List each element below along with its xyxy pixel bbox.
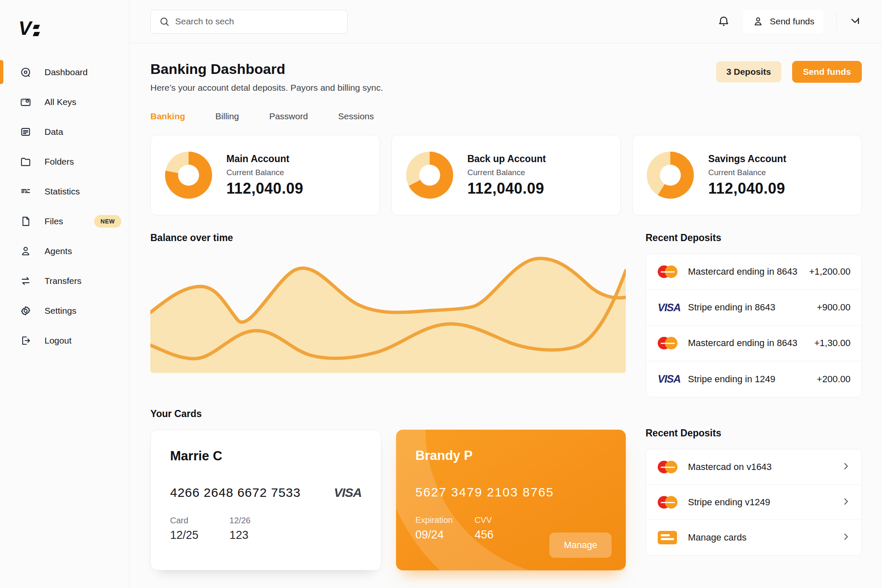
donut-chart — [406, 152, 453, 199]
sidebar-item-folders[interactable]: Folders — [0, 147, 129, 176]
recent-deposits-2-title: Recent Deposits — [646, 428, 862, 439]
mastercard-icon — [658, 337, 684, 349]
payment-card-brandy: Brandy P 5627 3479 2103 8765 Expiration … — [396, 430, 626, 570]
account-card-main: Main Account Current Balance 112,040.09 — [150, 135, 380, 215]
send-funds-menu-label: Send funds — [770, 16, 814, 26]
sidebar-item-label: Data — [45, 127, 63, 137]
folders-icon — [19, 155, 32, 168]
manage-cards-row[interactable]: Manage cards — [646, 520, 861, 555]
card-meta: Expiration CVV 09/24 456 — [415, 515, 534, 541]
send-funds-button[interactable]: Send funds — [792, 61, 862, 83]
deposit-amount: +900.00 — [817, 302, 850, 313]
head-actions: 3 Deposits Send funds — [716, 61, 862, 83]
deposits-count-badge[interactable]: 3 Deposits — [716, 61, 781, 82]
topbar-divider — [836, 12, 837, 31]
visa-logo: VISA — [334, 486, 362, 500]
sidebar-item-data[interactable]: Data — [0, 117, 129, 147]
sidebar-item-dashboard[interactable]: Dashboard — [0, 57, 129, 87]
deposit-label: Mastercard ending in 8643 — [688, 266, 798, 277]
tab-banking[interactable]: Banking — [150, 111, 185, 121]
sidebar-item-label: Logout — [45, 336, 71, 346]
manage-card-button[interactable]: Manage — [549, 533, 612, 558]
deposit-link-row[interactable]: Mastercad on v1643 — [646, 449, 861, 485]
deposit-row[interactable]: VISA Stripe ending in 8643 +900.00 — [646, 290, 861, 326]
card-meta-value: 12/25 — [170, 529, 229, 542]
statistics-icon — [19, 185, 32, 198]
cvv-value: 456 — [475, 528, 534, 541]
expiration-value: 09/24 — [415, 528, 475, 541]
recent-deposits-title: Recent Deposits — [646, 232, 862, 244]
your-cards-title: Your Cards — [150, 408, 626, 420]
sidebar-item-label: Folders — [45, 157, 74, 167]
donut-chart — [165, 152, 212, 199]
payment-card-marrie: Marrie C 4266 2648 6672 7533 VISA Card 1… — [150, 430, 381, 570]
collapse-chevron-button[interactable] — [849, 15, 862, 28]
sidebar: V Dashboard All Keys Data — [0, 0, 129, 588]
sidebar-item-all-keys[interactable]: All Keys — [0, 87, 129, 117]
sidebar-item-settings[interactable]: Settings — [0, 296, 129, 326]
account-card-backup: Back up Account Current Balance 112,040.… — [391, 135, 621, 215]
recent-deposits-section: Recent Deposits Mastercard ending in 864… — [646, 232, 862, 397]
sidebar-item-label: Settings — [45, 306, 76, 316]
balance-chart-section: Balance over time — [150, 232, 626, 397]
deposit-label: Stripe ending in 8643 — [688, 302, 775, 313]
card-meta: Card 12/26 12/25 123 — [170, 516, 289, 542]
logo-v-glyph: V — [18, 18, 31, 38]
topbar-actions: Send funds — [717, 10, 862, 33]
balance-area-chart — [150, 254, 626, 375]
deposit-label: Mastercad on v1643 — [688, 462, 772, 472]
send-funds-menu-button[interactable]: Send funds — [743, 10, 824, 33]
cardholder-name: Marrie C — [170, 449, 362, 464]
page-title: Banking Dashboard — [150, 61, 383, 77]
balance-label: Current Balance — [226, 168, 303, 177]
sidebar-item-label: Files — [45, 216, 63, 226]
search-input[interactable] — [150, 10, 348, 34]
payment-cards: Marrie C 4266 2648 6672 7533 VISA Card 1… — [150, 430, 626, 570]
account-card-savings: Savings Account Current Balance 112,040.… — [632, 135, 862, 215]
deposit-row[interactable]: Mastercard ending in 8643 +1,30.00 — [646, 326, 861, 361]
deposit-row[interactable]: Mastercard ending in 8643 +1,200.00 — [646, 254, 861, 290]
tab-sessions[interactable]: Sessions — [338, 111, 374, 121]
account-name: Back up Account — [467, 153, 546, 165]
sidebar-item-label: Statistics — [45, 186, 80, 197]
deposit-link-row[interactable]: Stripe ending v1249 — [646, 485, 861, 520]
balance-label: Current Balance — [467, 168, 546, 177]
tab-billing[interactable]: Billing — [215, 111, 239, 121]
card-meta-value: 123 — [229, 529, 289, 542]
sidebar-item-label: Transfers — [45, 276, 81, 286]
sidebar-item-files[interactable]: Files NEW — [0, 206, 129, 236]
brand-logo[interactable]: V — [0, 0, 129, 38]
sidebar-item-label: Agents — [45, 246, 72, 256]
deposit-row[interactable]: VISA Stripe ending in 1249 +200.00 — [646, 361, 861, 397]
logo-colon-icon — [34, 25, 39, 38]
deposit-label: Stripe ending in 1249 — [688, 374, 775, 385]
data-icon — [19, 126, 32, 138]
new-badge: NEW — [94, 215, 121, 228]
mastercard-icon — [658, 496, 684, 509]
recent-deposits-2-panel: Mastercad on v1643 Stripe ending v1249 — [646, 449, 862, 556]
your-cards-section: Your Cards Marrie C 4266 2648 6672 7533 … — [150, 408, 626, 570]
bottom-row: Your Cards Marrie C 4266 2648 6672 7533 … — [150, 408, 862, 570]
search-box — [150, 10, 348, 34]
bell-icon — [717, 15, 730, 28]
cardholder-name: Brandy P — [415, 448, 606, 463]
notifications-bell-button[interactable] — [717, 15, 730, 28]
files-icon — [19, 215, 32, 228]
sidebar-item-logout[interactable]: Logout — [0, 326, 129, 355]
sidebar-item-agents[interactable]: Agents — [0, 236, 129, 266]
keys-icon — [19, 96, 32, 108]
chevron-down-icon — [849, 15, 862, 28]
tab-password[interactable]: Password — [269, 111, 308, 121]
content: Banking Dashboard Here’s your account de… — [129, 43, 882, 570]
card-number: 4266 2648 6672 7533 — [170, 486, 301, 500]
mastercard-icon — [658, 461, 684, 473]
deposit-amount: +200.00 — [817, 374, 850, 385]
tabs: Banking Billing Password Sessions — [150, 111, 862, 121]
card-meta-label: Card — [170, 516, 229, 525]
sidebar-item-statistics[interactable]: Statistics — [0, 176, 129, 206]
donut-chart — [647, 152, 694, 199]
sidebar-item-transfers[interactable]: Transfers — [0, 266, 129, 296]
logout-icon — [19, 334, 32, 347]
account-name: Savings Account — [708, 153, 786, 165]
chevron-right-icon — [841, 462, 850, 472]
